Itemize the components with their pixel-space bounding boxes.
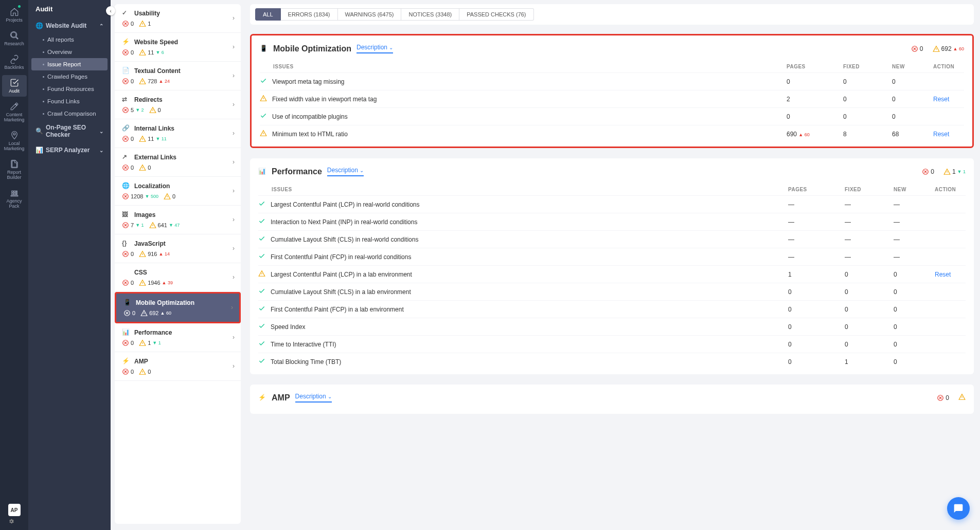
tab-all[interactable]: ALL — [255, 8, 281, 21]
category-icon: {} — [122, 240, 130, 248]
pages-cell: — — [788, 236, 845, 243]
bullet-icon — [43, 51, 44, 53]
category-icon: ⇄ — [122, 96, 130, 104]
cat-javascript[interactable]: {}JavaScript › 0 916▲ 14 — [115, 234, 241, 263]
cat-external-links[interactable]: ↗External Links › 0 0 — [115, 148, 241, 177]
side-item-overview[interactable]: Overview — [28, 46, 111, 58]
cat-textual-content[interactable]: 📄Textual Content › 0 728▲ 24 — [115, 62, 241, 90]
issue-name: First Contentful Paint (FCP) in a lab en… — [271, 306, 404, 313]
fixed-cell: 8 — [843, 131, 892, 138]
pages-cell: — — [788, 253, 845, 261]
rail-agency-pack[interactable]: Agency Pack — [2, 185, 27, 212]
issue-name: Viewport meta tag missing — [272, 78, 345, 85]
table-row[interactable]: Speed Index 0 0 0 — [258, 318, 966, 335]
new-cell: 0 — [894, 323, 935, 331]
reset-link[interactable]: Reset — [933, 131, 949, 138]
fixed-cell: 0 — [843, 96, 892, 103]
table-row[interactable]: Largest Contentful Paint (LCP) in real-w… — [258, 195, 966, 213]
rail-content-marketing[interactable]: Content Marketing — [2, 99, 27, 125]
status-icon — [258, 252, 265, 261]
cat-redirects[interactable]: ⇄Redirects › 5▼ 2 0 — [115, 90, 241, 119]
rail-projects[interactable]: Projects — [2, 4, 27, 26]
tab-warnings[interactable]: WARNINGS (6475) — [338, 8, 402, 21]
panel-title: AMP — [272, 393, 290, 403]
warning-count: 0 — [139, 368, 151, 375]
rail-backlinks[interactable]: Backlinks — [2, 51, 27, 73]
collapse-sidebar-button[interactable]: ‹ — [106, 6, 115, 15]
fixed-cell: — — [845, 218, 894, 226]
rail-report-builder[interactable]: Report Builder — [2, 156, 27, 183]
chevron-right-icon: › — [233, 130, 235, 137]
globe-icon: 🌐 — [35, 22, 43, 29]
category-icon: ⚡ — [122, 38, 130, 46]
cat-images[interactable]: 🖼Images › 7▼ 1 641▼ 47 — [115, 206, 241, 234]
warning-count: 1 — [139, 20, 151, 27]
reset-link[interactable]: Reset — [933, 96, 949, 103]
side-section-on-page-seo-checker[interactable]: 🔍 On-Page SEO Checker⌄ — [28, 120, 111, 142]
status-icon — [260, 130, 267, 138]
cat-performance[interactable]: 📊Performance › 0 1▼ 1 — [115, 323, 241, 352]
content-area: ALLERRORS (1834)WARNINGS (6475)NOTICES (… — [250, 0, 974, 524]
chevron-right-icon: › — [233, 216, 235, 223]
status-icon — [258, 235, 265, 244]
fixed-cell: 0 — [845, 323, 894, 331]
chevron-right-icon: › — [233, 14, 235, 22]
side-section-serp-analyzer[interactable]: 📊 SERP Analyzer⌄ — [28, 142, 111, 158]
cat-amp[interactable]: ⚡AMP › 0 0 — [115, 352, 241, 381]
warning-count: 11▼ 6 — [139, 49, 164, 56]
reset-link[interactable]: Reset — [935, 271, 951, 278]
pages-cell: 2 — [787, 96, 843, 103]
table-row[interactable]: Cumulative Layout Shift (CLS) in a lab e… — [258, 283, 966, 300]
side-item-all-reports[interactable]: All reports — [28, 33, 111, 46]
pages-cell: — — [788, 218, 845, 226]
cat-website-speed[interactable]: ⚡Website Speed › 0 11▼ 6 — [115, 33, 241, 62]
account-avatar[interactable]: AP — [8, 504, 21, 526]
pages-cell: 0 — [788, 306, 845, 313]
rail-research[interactable]: Research — [2, 28, 27, 49]
table-row[interactable]: First Contentful Paint (FCP) in real-wor… — [258, 248, 966, 265]
table-row[interactable]: Use of incompatible plugins 0 0 0 — [260, 107, 964, 125]
side-item-found-links[interactable]: Found Links — [28, 95, 111, 107]
table-row[interactable]: Total Blocking Time (TBT) 0 1 0 — [258, 353, 966, 370]
description-toggle[interactable]: Description⌄ — [357, 44, 393, 53]
table-row[interactable]: Cumulative Layout Shift (CLS) in real-wo… — [258, 230, 966, 248]
side-item-crawl-comparison[interactable]: Crawl Comparison — [28, 107, 111, 120]
side-section-website-audit[interactable]: 🌐 Website Audit⌃ — [28, 18, 111, 33]
panel-icon: 📱 — [260, 45, 268, 53]
cat-usability[interactable]: ✓Usability › 0 1 — [115, 4, 241, 33]
search-icon: 🔍 — [35, 127, 43, 135]
cat-css[interactable]: CSS › 0 1946▲ 39 — [115, 263, 241, 292]
table-row[interactable]: Time to Interactive (TTI) 0 0 0 — [258, 335, 966, 353]
cat-internal-links[interactable]: 🔗Internal Links › 0 11▼ 11 — [115, 119, 241, 148]
panel-warning-badge: 692 ▲ 60 — [933, 45, 964, 52]
sidebar-title: Audit — [28, 0, 111, 18]
tab-notices[interactable]: NOTICES (3348) — [401, 8, 459, 21]
side-item-crawled-pages[interactable]: Crawled Pages — [28, 70, 111, 83]
table-row[interactable]: Interaction to Next Paint (INP) in real-… — [258, 213, 966, 230]
warning-count: 0 — [164, 193, 175, 200]
chat-button[interactable] — [947, 497, 970, 520]
bullet-icon — [43, 101, 44, 102]
description-toggle[interactable]: Description⌄ — [327, 167, 364, 176]
tab-passed[interactable]: PASSED CHECKS (76) — [459, 8, 533, 21]
fixed-cell: 0 — [845, 306, 894, 313]
description-toggle[interactable]: Description⌄ — [295, 393, 332, 403]
side-item-issue-report[interactable]: Issue Report — [31, 58, 108, 70]
table-row[interactable]: Largest Contentful Paint (LCP) in a lab … — [258, 265, 966, 283]
rail-local-marketing[interactable]: Local Marketing — [2, 127, 27, 154]
chevron-down-icon: ⌄ — [328, 394, 332, 399]
table-row[interactable]: Minimum text to HTML ratio 690 ▲ 60 8 68… — [260, 125, 964, 142]
tab-errors[interactable]: ERRORS (1834) — [281, 8, 338, 21]
side-item-found-resources[interactable]: Found Resources — [28, 83, 111, 95]
error-count: 0 — [122, 78, 134, 85]
rail-audit[interactable]: Audit — [2, 75, 27, 97]
new-cell: 0 — [894, 306, 935, 313]
cat-localization[interactable]: 🌐Localization › 1208▼ 500 0 — [115, 177, 241, 206]
table-row[interactable]: Viewport meta tag missing 0 0 0 — [260, 72, 964, 90]
chevron-icon: ⌃ — [99, 23, 103, 29]
table-row[interactable]: First Contentful Paint (FCP) in a lab en… — [258, 300, 966, 318]
category-icon: 📊 — [122, 328, 130, 337]
cat-mobile-optimization[interactable]: 📱Mobile Optimization › 0 692▲ 60 — [115, 292, 241, 323]
table-row[interactable]: Fixed width value in viewport meta tag 2… — [260, 90, 964, 107]
status-icon — [260, 95, 267, 103]
